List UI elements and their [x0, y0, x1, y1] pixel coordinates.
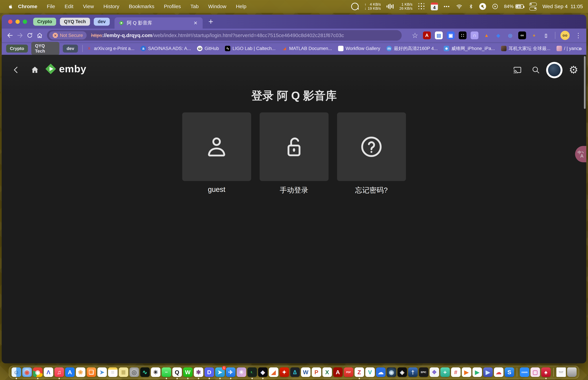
finder[interactable]: ☺ [12, 367, 21, 377]
bookmarks-overflow-icon[interactable]: » [578, 45, 582, 52]
slack[interactable]: ✻ [194, 367, 203, 377]
zoom-window-button[interactable] [23, 19, 27, 24]
apple-menu-icon[interactable] [8, 3, 14, 10]
blue-play-app[interactable]: ▶ [483, 367, 493, 377]
View[interactable]: View [83, 3, 94, 9]
chrome-menu-icon[interactable]: ⋮ [574, 32, 583, 39]
bookmark-ads[interactable]: a SAO/NASA ADS: A... [141, 46, 191, 51]
home-button[interactable] [35, 30, 45, 40]
cloud-jump-app[interactable]: ☁ [494, 367, 503, 377]
menu-clock[interactable]: Wed Sep 4 11:05 [543, 3, 583, 9]
tab-close-icon[interactable]: ✕ [193, 20, 199, 26]
Edit[interactable]: Edit [65, 3, 74, 9]
bookmark-arxiv[interactable]: X arXiv.org e-Print a... [86, 46, 134, 51]
dots-extension[interactable]: oo [518, 32, 526, 39]
dots-grid-icon[interactable] [418, 3, 425, 10]
excel[interactable]: X [322, 367, 332, 377]
Tab[interactable]: Tab [190, 3, 199, 9]
trash[interactable] [567, 367, 577, 377]
QYQ Tech[interactable]: QYQ Tech [31, 42, 59, 55]
diamond-app[interactable]: ◈ [398, 367, 407, 377]
acrobat-extension[interactable]: A [423, 32, 431, 39]
cube-app[interactable]: ❖ [430, 367, 439, 377]
wifi-icon[interactable] [456, 3, 463, 10]
matlab[interactable]: ◢ [269, 367, 278, 377]
apple-music[interactable]: ♫ [55, 367, 64, 377]
dock-divider-2[interactable] [553, 368, 554, 377]
q-logo-icon[interactable] [351, 3, 359, 10]
play-circle-icon[interactable] [492, 3, 498, 10]
obsidian[interactable]: ◆ [258, 367, 268, 377]
emby-back-button[interactable] [8, 62, 24, 77]
dice-extension[interactable]: ∷ [459, 32, 467, 39]
profile-avatar[interactable]: oo [560, 31, 570, 40]
calendar-icon[interactable]: 4 [431, 2, 438, 10]
chatgpt[interactable]: ✳ [151, 367, 160, 377]
doc-extension[interactable]: ▤ [435, 32, 443, 39]
discord[interactable]: D [205, 367, 214, 377]
photos[interactable]: ❀ [76, 367, 85, 377]
mountain-app[interactable]: Λ [44, 367, 53, 377]
settings-gear-icon[interactable]: ⚙ [566, 62, 581, 77]
gem-extension[interactable]: ◆ [494, 32, 502, 39]
v-notes-app[interactable]: V [365, 367, 375, 377]
address-bar[interactable]: ✕ Not Secure https://emby-q.drqyq.com/we… [47, 30, 402, 41]
forgot-password-card[interactable] [337, 113, 406, 181]
green-play-app[interactable]: ▶ [473, 367, 482, 377]
close-window-button[interactable] [8, 19, 12, 24]
terminal[interactable]: $_ [247, 367, 257, 377]
dev[interactable]: dev [94, 18, 110, 26]
reload-button[interactable] [25, 30, 35, 40]
controller-app[interactable]: + [440, 367, 450, 377]
mathematica[interactable]: ✦ [280, 367, 289, 377]
epic-games[interactable]: EPIC [419, 367, 428, 377]
dev[interactable]: dev [63, 45, 78, 53]
ring-extension[interactable]: ◎ [506, 32, 514, 39]
bookmark-matlab[interactable]: ◢ MATLAB Documen... [282, 46, 332, 51]
clipboard-extension[interactable]: ▯ [542, 32, 550, 39]
zotero[interactable]: Z [355, 367, 364, 377]
safari[interactable]: ◉ [22, 367, 32, 377]
pink-display-app[interactable]: ▢ [531, 367, 540, 377]
settings-knob[interactable]: ◎ [130, 367, 139, 377]
bookmark-github[interactable]: ω GitHub [197, 46, 219, 51]
File[interactable]: File [47, 3, 55, 9]
emby-home-button[interactable] [27, 62, 42, 77]
cards-game-app[interactable]: ♠ [541, 367, 551, 377]
battery-indicator[interactable]: 84% [504, 4, 524, 9]
not-secure-badge[interactable]: ✕ Not Secure [49, 31, 87, 39]
messages[interactable]: ••• [162, 367, 171, 377]
History[interactable]: History [103, 3, 119, 9]
ai-knot-app[interactable]: ✳ [237, 367, 246, 377]
forward-button[interactable] [15, 30, 25, 40]
cookie-extension[interactable]: ● [530, 32, 538, 39]
notes[interactable]: ≡ [108, 367, 117, 377]
url-text[interactable]: https://emby-q.drqyq.com/web/index.html#… [91, 33, 344, 38]
zoom[interactable]: zoom [520, 367, 529, 377]
Crypto[interactable]: Crypto [6, 45, 28, 53]
Crypto[interactable]: Crypto [33, 18, 56, 26]
bookmark-star-icon[interactable]: ☆ [412, 31, 418, 40]
spark-mail[interactable]: ✈ [226, 367, 235, 377]
manual-login-card[interactable] [260, 113, 328, 181]
network-speed-2[interactable]: 1 KB/s26 KB/s [399, 2, 412, 11]
telegram[interactable]: ➤ 1 [215, 367, 225, 377]
s-bolt-app[interactable]: S [505, 367, 514, 377]
steam[interactable]: ◉ [387, 367, 396, 377]
network-speed-1[interactable]: ↑↓ 4 KB/s19 KB/s [364, 2, 381, 11]
word[interactable]: W [301, 367, 310, 377]
search-button[interactable] [528, 62, 543, 77]
back-button[interactable] [5, 30, 15, 40]
pdf-expert[interactable]: PDF [344, 367, 353, 377]
minimize-window-button[interactable] [16, 19, 20, 24]
bookmark-erji[interactable]: 耳机大家坛 全球最... [501, 45, 550, 52]
more-menu-icon[interactable]: ••• [444, 4, 450, 9]
orange-play-app[interactable]: ▶ [462, 367, 471, 377]
guest-login-card[interactable] [182, 113, 251, 181]
Window[interactable]: Window [208, 3, 227, 9]
stickies[interactable]: ≣ [119, 367, 128, 377]
bookmark-feng[interactable]: ☻ 威锋网_iPhone_iPa... [444, 45, 495, 52]
blue-app-extension[interactable]: ▣ [447, 32, 455, 39]
txt-file[interactable]: TXT [556, 367, 566, 377]
wechat[interactable]: W [183, 367, 193, 377]
